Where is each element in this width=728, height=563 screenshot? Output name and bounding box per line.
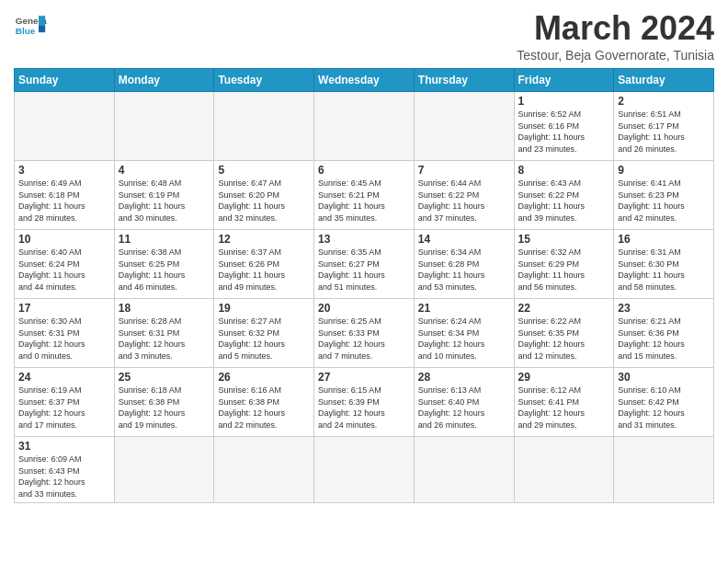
day-number: 7 bbox=[418, 164, 510, 177]
calendar-cell: 27Sunrise: 6:15 AM Sunset: 6:39 PM Dayli… bbox=[314, 368, 415, 437]
day-number: 6 bbox=[318, 164, 410, 177]
calendar-cell bbox=[514, 437, 614, 503]
day-info: Sunrise: 6:41 AM Sunset: 6:23 PM Dayligh… bbox=[618, 178, 710, 224]
day-number: 2 bbox=[618, 95, 710, 108]
day-number: 22 bbox=[518, 302, 610, 315]
calendar-cell bbox=[114, 437, 214, 503]
day-info: Sunrise: 6:43 AM Sunset: 6:22 PM Dayligh… bbox=[518, 178, 610, 224]
day-info: Sunrise: 6:30 AM Sunset: 6:31 PM Dayligh… bbox=[18, 316, 110, 362]
calendar-cell: 25Sunrise: 6:18 AM Sunset: 6:38 PM Dayli… bbox=[114, 368, 214, 437]
calendar-cell: 1Sunrise: 6:52 AM Sunset: 6:16 PM Daylig… bbox=[514, 92, 614, 161]
day-number: 31 bbox=[18, 440, 110, 453]
day-header-wednesday: Wednesday bbox=[314, 69, 415, 92]
day-number: 13 bbox=[318, 233, 410, 246]
day-number: 8 bbox=[518, 164, 610, 177]
calendar-cell: 20Sunrise: 6:25 AM Sunset: 6:33 PM Dayli… bbox=[314, 299, 415, 368]
calendar-cell: 31Sunrise: 6:09 AM Sunset: 6:43 PM Dayli… bbox=[15, 437, 115, 503]
calendar-cell: 6Sunrise: 6:45 AM Sunset: 6:21 PM Daylig… bbox=[314, 161, 415, 230]
calendar-cell bbox=[414, 437, 514, 503]
calendar-cell bbox=[214, 437, 314, 503]
calendar-cell: 26Sunrise: 6:16 AM Sunset: 6:38 PM Dayli… bbox=[214, 368, 314, 437]
day-info: Sunrise: 6:12 AM Sunset: 6:41 PM Dayligh… bbox=[518, 385, 610, 431]
day-info: Sunrise: 6:52 AM Sunset: 6:16 PM Dayligh… bbox=[518, 109, 610, 155]
calendar-cell: 2Sunrise: 6:51 AM Sunset: 6:17 PM Daylig… bbox=[614, 92, 714, 161]
day-number: 9 bbox=[618, 164, 710, 177]
day-header-saturday: Saturday bbox=[614, 69, 714, 92]
day-number: 23 bbox=[618, 302, 710, 315]
calendar-cell: 23Sunrise: 6:21 AM Sunset: 6:36 PM Dayli… bbox=[614, 299, 714, 368]
day-number: 5 bbox=[218, 164, 310, 177]
calendar-cell: 18Sunrise: 6:28 AM Sunset: 6:31 PM Dayli… bbox=[114, 299, 214, 368]
calendar-cell bbox=[614, 437, 714, 503]
day-header-sunday: Sunday bbox=[15, 69, 115, 92]
calendar-cell bbox=[314, 92, 415, 161]
day-number: 10 bbox=[18, 233, 110, 246]
day-number: 30 bbox=[618, 371, 710, 384]
day-number: 17 bbox=[18, 302, 110, 315]
day-number: 27 bbox=[318, 371, 410, 384]
calendar-cell: 14Sunrise: 6:34 AM Sunset: 6:28 PM Dayli… bbox=[414, 230, 514, 299]
calendar-week-1: 3Sunrise: 6:49 AM Sunset: 6:18 PM Daylig… bbox=[15, 161, 714, 230]
day-info: Sunrise: 6:31 AM Sunset: 6:30 PM Dayligh… bbox=[618, 247, 710, 293]
day-number: 14 bbox=[418, 233, 510, 246]
day-info: Sunrise: 6:45 AM Sunset: 6:21 PM Dayligh… bbox=[318, 178, 410, 224]
day-info: Sunrise: 6:09 AM Sunset: 6:43 PM Dayligh… bbox=[18, 454, 110, 500]
title-area: March 2024 Testour, Beja Governorate, Tu… bbox=[517, 9, 714, 63]
calendar-cell: 13Sunrise: 6:35 AM Sunset: 6:27 PM Dayli… bbox=[314, 230, 415, 299]
calendar-cell: 5Sunrise: 6:47 AM Sunset: 6:20 PM Daylig… bbox=[214, 161, 314, 230]
day-info: Sunrise: 6:16 AM Sunset: 6:38 PM Dayligh… bbox=[218, 385, 310, 431]
calendar-cell: 19Sunrise: 6:27 AM Sunset: 6:32 PM Dayli… bbox=[214, 299, 314, 368]
day-info: Sunrise: 6:48 AM Sunset: 6:19 PM Dayligh… bbox=[119, 178, 210, 224]
day-number: 16 bbox=[618, 233, 710, 246]
calendar-cell bbox=[314, 437, 415, 503]
day-info: Sunrise: 6:49 AM Sunset: 6:18 PM Dayligh… bbox=[18, 178, 110, 224]
day-number: 20 bbox=[318, 302, 410, 315]
day-info: Sunrise: 6:35 AM Sunset: 6:27 PM Dayligh… bbox=[318, 247, 410, 293]
calendar-cell: 29Sunrise: 6:12 AM Sunset: 6:41 PM Dayli… bbox=[514, 368, 614, 437]
calendar-header-row: SundayMondayTuesdayWednesdayThursdayFrid… bbox=[15, 69, 714, 92]
calendar-cell: 16Sunrise: 6:31 AM Sunset: 6:30 PM Dayli… bbox=[614, 230, 714, 299]
calendar-week-3: 17Sunrise: 6:30 AM Sunset: 6:31 PM Dayli… bbox=[15, 299, 714, 368]
logo: General Blue bbox=[14, 9, 47, 42]
day-header-thursday: Thursday bbox=[414, 69, 514, 92]
calendar-week-2: 10Sunrise: 6:40 AM Sunset: 6:24 PM Dayli… bbox=[15, 230, 714, 299]
day-header-friday: Friday bbox=[514, 69, 614, 92]
day-info: Sunrise: 6:15 AM Sunset: 6:39 PM Dayligh… bbox=[318, 385, 410, 431]
logo-svg: General Blue bbox=[14, 9, 47, 42]
day-number: 12 bbox=[218, 233, 310, 246]
day-header-monday: Monday bbox=[114, 69, 214, 92]
day-info: Sunrise: 6:40 AM Sunset: 6:24 PM Dayligh… bbox=[18, 247, 110, 293]
calendar-cell: 28Sunrise: 6:13 AM Sunset: 6:40 PM Dayli… bbox=[414, 368, 514, 437]
day-info: Sunrise: 6:34 AM Sunset: 6:28 PM Dayligh… bbox=[418, 247, 510, 293]
day-info: Sunrise: 6:27 AM Sunset: 6:32 PM Dayligh… bbox=[218, 316, 310, 362]
day-info: Sunrise: 6:47 AM Sunset: 6:20 PM Dayligh… bbox=[218, 178, 310, 224]
day-info: Sunrise: 6:24 AM Sunset: 6:34 PM Dayligh… bbox=[418, 316, 510, 362]
calendar-week-5: 31Sunrise: 6:09 AM Sunset: 6:43 PM Dayli… bbox=[15, 437, 714, 503]
svg-marker-2 bbox=[39, 16, 45, 26]
day-number: 19 bbox=[218, 302, 310, 315]
calendar-cell: 7Sunrise: 6:44 AM Sunset: 6:22 PM Daylig… bbox=[414, 161, 514, 230]
calendar-cell bbox=[214, 92, 314, 161]
day-number: 29 bbox=[518, 371, 610, 384]
day-info: Sunrise: 6:25 AM Sunset: 6:33 PM Dayligh… bbox=[318, 316, 410, 362]
subtitle: Testour, Beja Governorate, Tunisia bbox=[517, 48, 714, 63]
day-number: 4 bbox=[119, 164, 210, 177]
day-info: Sunrise: 6:19 AM Sunset: 6:37 PM Dayligh… bbox=[18, 385, 110, 431]
calendar-cell: 21Sunrise: 6:24 AM Sunset: 6:34 PM Dayli… bbox=[414, 299, 514, 368]
calendar-cell: 24Sunrise: 6:19 AM Sunset: 6:37 PM Dayli… bbox=[15, 368, 115, 437]
day-info: Sunrise: 6:18 AM Sunset: 6:38 PM Dayligh… bbox=[119, 385, 210, 431]
calendar-table: SundayMondayTuesdayWednesdayThursdayFrid… bbox=[14, 68, 714, 503]
calendar-week-0: 1Sunrise: 6:52 AM Sunset: 6:16 PM Daylig… bbox=[15, 92, 714, 161]
day-number: 28 bbox=[418, 371, 510, 384]
svg-text:Blue: Blue bbox=[16, 26, 36, 36]
month-title: March 2024 bbox=[517, 9, 714, 48]
day-number: 1 bbox=[518, 95, 610, 108]
calendar-cell bbox=[15, 92, 115, 161]
calendar-cell: 15Sunrise: 6:32 AM Sunset: 6:29 PM Dayli… bbox=[514, 230, 614, 299]
day-info: Sunrise: 6:10 AM Sunset: 6:42 PM Dayligh… bbox=[618, 385, 710, 431]
calendar-cell: 12Sunrise: 6:37 AM Sunset: 6:26 PM Dayli… bbox=[214, 230, 314, 299]
day-number: 15 bbox=[518, 233, 610, 246]
day-number: 11 bbox=[119, 233, 210, 246]
calendar-cell: 3Sunrise: 6:49 AM Sunset: 6:18 PM Daylig… bbox=[15, 161, 115, 230]
day-header-tuesday: Tuesday bbox=[214, 69, 314, 92]
